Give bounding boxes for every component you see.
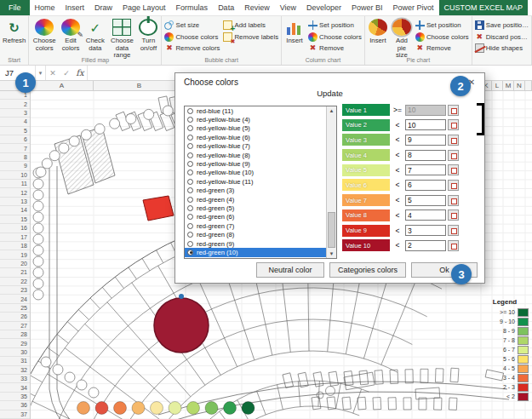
- row-header-12[interactable]: 12: [0, 188, 30, 197]
- tab-power-bi[interactable]: Power BI: [346, 0, 388, 15]
- palette-option[interactable]: red-yellow-blue (10): [185, 169, 326, 177]
- ribbon-button-insert[interactable]: Insert: [283, 17, 306, 56]
- row-header-3[interactable]: 3: [0, 109, 30, 118]
- palette-option[interactable]: red-green (10): [185, 248, 326, 256]
- threshold-input[interactable]: [405, 195, 446, 206]
- tab-custom-excel-map[interactable]: CUSTOM EXCEL MAP: [439, 0, 529, 15]
- tab-home[interactable]: Home: [30, 0, 60, 15]
- column-header-m[interactable]: M: [503, 81, 514, 90]
- bubble-dot[interactable]: [224, 402, 237, 415]
- row-header-10[interactable]: 10: [0, 171, 30, 180]
- row-header-6[interactable]: 6: [0, 135, 30, 144]
- tab-power-pivot[interactable]: Power Pivot: [388, 0, 439, 15]
- row-header-34[interactable]: 34: [0, 383, 30, 392]
- scroll-down-icon[interactable]: ▼: [329, 250, 335, 258]
- ribbon-button-set-position[interactable]: Set position: [414, 20, 471, 32]
- refedit-button[interactable]: [448, 105, 459, 116]
- bubble-dot[interactable]: [151, 402, 163, 415]
- threshold-input[interactable]: [405, 150, 446, 161]
- name-box-dropdown-icon[interactable]: ▾: [36, 66, 46, 80]
- row-header-30[interactable]: 30: [0, 348, 30, 357]
- column-header-b[interactable]: B: [94, 81, 186, 90]
- bubble-dot[interactable]: [77, 402, 90, 415]
- tab-insert[interactable]: Insert: [60, 0, 90, 15]
- tab-draw[interactable]: Draw: [89, 0, 117, 15]
- ribbon-button-choose-colors[interactable]: Choose colors: [163, 32, 221, 43]
- row-header-19[interactable]: 19: [0, 250, 30, 259]
- palette-option[interactable]: red-green (3): [185, 187, 326, 195]
- refedit-button[interactable]: [448, 225, 459, 236]
- row-header-27[interactable]: 27: [0, 322, 30, 330]
- threshold-input[interactable]: [405, 240, 446, 251]
- ribbon-button-check-data[interactable]: ✓Check data: [83, 17, 108, 56]
- ribbon-button-refresh[interactable]: ↻Refresh: [1, 17, 27, 56]
- palette-option[interactable]: red-green (4): [185, 195, 326, 204]
- row-header-4[interactable]: 4: [0, 118, 30, 126]
- ribbon-button-edit-colors[interactable]: Edit colors: [59, 17, 83, 56]
- threshold-input[interactable]: [405, 225, 446, 236]
- bubble-dot[interactable]: [169, 402, 181, 415]
- ribbon-button-remove-labels[interactable]: Remove labels: [221, 32, 280, 43]
- row-header-8[interactable]: 8: [0, 153, 30, 162]
- palette-option[interactable]: red-green (5): [185, 204, 326, 212]
- row-header-17[interactable]: 17: [0, 233, 30, 242]
- neutral-color-button[interactable]: Neutral color: [256, 262, 324, 278]
- row-header-14[interactable]: 14: [0, 206, 30, 215]
- ribbon-button-set-size[interactable]: Set size: [163, 20, 221, 32]
- row-header-28[interactable]: 28: [0, 330, 30, 339]
- threshold-input[interactable]: [405, 164, 446, 175]
- row-header-11[interactable]: 11: [0, 180, 30, 188]
- ribbon-button-insert[interactable]: Insert: [366, 17, 390, 56]
- column-header-n[interactable]: N: [514, 81, 525, 90]
- enter-icon[interactable]: ✓: [60, 66, 73, 80]
- palette-option[interactable]: red-yellow-blue (8): [185, 151, 326, 159]
- bubble-dot[interactable]: [132, 402, 145, 415]
- ribbon-button-choose-colors[interactable]: Choose colors: [414, 32, 471, 43]
- row-header-9[interactable]: 9: [0, 162, 30, 170]
- palette-option[interactable]: red-blue (11): [185, 106, 326, 115]
- refedit-button[interactable]: [448, 210, 459, 221]
- row-header-2[interactable]: 2: [0, 100, 30, 108]
- ribbon-button-choose-data-range[interactable]: Choose data range: [108, 17, 137, 56]
- bubble-dot[interactable]: [205, 402, 218, 415]
- bubble-dot[interactable]: [95, 402, 108, 415]
- tab-developer[interactable]: Developer: [301, 0, 346, 15]
- bubble-dot[interactable]: [187, 402, 200, 415]
- row-header-7[interactable]: 7: [0, 144, 30, 152]
- ribbon-button-choose-colors[interactable]: Choose colors: [30, 17, 59, 56]
- bubble-dot[interactable]: [242, 402, 255, 415]
- row-header-26[interactable]: 26: [0, 313, 30, 321]
- row-header-13[interactable]: 13: [0, 198, 30, 206]
- ribbon-button-remove[interactable]: ✖Remove: [414, 43, 471, 55]
- scroll-up-icon[interactable]: ▲: [329, 106, 335, 115]
- palette-option[interactable]: red-green (9): [185, 239, 326, 248]
- palette-option[interactable]: red-yellow-blue (6): [185, 133, 326, 141]
- row-header-25[interactable]: 25: [0, 304, 30, 313]
- palette-option[interactable]: red-green (7): [185, 221, 326, 230]
- ribbon-button-save-positio[interactable]: Save positio…: [473, 20, 530, 32]
- row-header-15[interactable]: 15: [0, 215, 30, 224]
- palette-option[interactable]: red-yellow-blue (9): [185, 159, 326, 168]
- row-header-5[interactable]: 5: [0, 127, 30, 135]
- column-header-a[interactable]: A: [31, 81, 94, 90]
- column-header-l[interactable]: L: [492, 81, 503, 90]
- row-header-20[interactable]: 20: [0, 260, 30, 268]
- threshold-input[interactable]: [405, 135, 446, 146]
- row-header-33[interactable]: 33: [0, 375, 30, 383]
- row-header-32[interactable]: 32: [0, 366, 30, 375]
- palette-option[interactable]: red-green (8): [185, 230, 326, 238]
- tab-te[interactable]: Te: [528, 0, 532, 15]
- row-header-37[interactable]: 37: [0, 410, 30, 419]
- listbox-scrollbar[interactable]: ▲ ▼: [326, 106, 336, 258]
- ribbon-button-add-pie-size[interactable]: Add pie size: [390, 17, 414, 56]
- refedit-button[interactable]: [448, 240, 459, 251]
- refedit-button[interactable]: [448, 180, 459, 191]
- refedit-button[interactable]: [448, 195, 459, 206]
- bubble-shape[interactable]: [154, 298, 209, 353]
- scrollbar-track[interactable]: [327, 115, 336, 250]
- threshold-input[interactable]: [405, 119, 446, 130]
- ribbon-button-set-position[interactable]: Set position: [306, 20, 363, 32]
- row-header-29[interactable]: 29: [0, 339, 30, 347]
- ribbon-button-hide-shapes[interactable]: Hide shapes: [473, 43, 530, 55]
- threshold-input[interactable]: [405, 210, 446, 221]
